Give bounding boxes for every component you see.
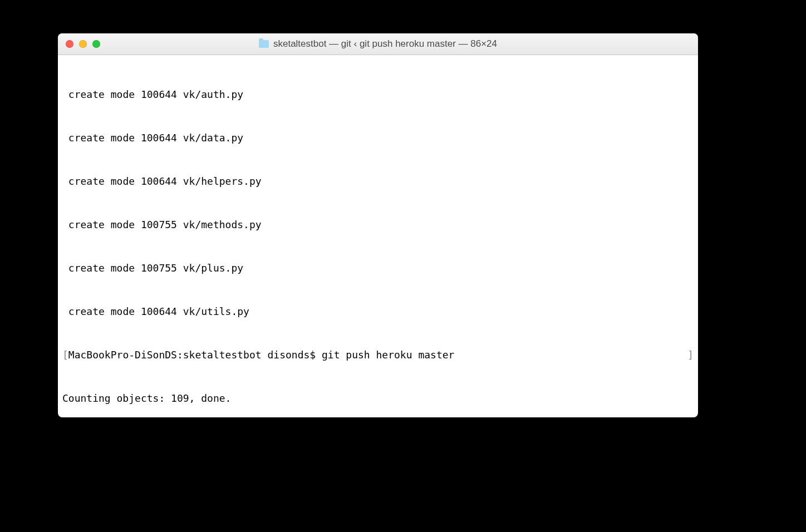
terminal-line: create mode 100755 vk/plus.py	[62, 261, 694, 275]
terminal-line: create mode 100644 vk/helpers.py	[62, 174, 694, 189]
terminal-prompt-line: [MacBookPro-DiSonDS:sketaltestbot disond…	[62, 348, 694, 362]
minimize-button[interactable]	[79, 40, 87, 48]
terminal-body[interactable]: create mode 100644 vk/auth.py create mod…	[58, 55, 698, 417]
terminal-line: create mode 100755 vk/methods.py	[62, 218, 694, 232]
prompt-close-bracket: ]	[687, 348, 694, 362]
window-title: sketaltestbot — git ‹ git push heroku ma…	[273, 38, 497, 50]
close-button[interactable]	[66, 40, 73, 48]
terminal-window: sketaltestbot — git ‹ git push heroku ma…	[58, 33, 698, 417]
traffic-lights	[58, 40, 100, 48]
zoom-button[interactable]	[92, 40, 100, 48]
prompt-open-bracket: [	[62, 349, 68, 361]
titlebar[interactable]: sketaltestbot — git ‹ git push heroku ma…	[58, 33, 698, 55]
window-title-wrap: sketaltestbot — git ‹ git push heroku ma…	[58, 38, 698, 50]
folder-icon	[259, 40, 269, 48]
prompt-text: MacBookPro-DiSonDS:sketaltestbot disonds…	[68, 349, 455, 361]
terminal-line: create mode 100644 vk/data.py	[62, 131, 694, 145]
terminal-line: create mode 100644 vk/utils.py	[62, 304, 694, 319]
terminal-line: create mode 100644 vk/auth.py	[62, 87, 694, 102]
terminal-line: Counting objects: 109, done.	[62, 391, 694, 406]
